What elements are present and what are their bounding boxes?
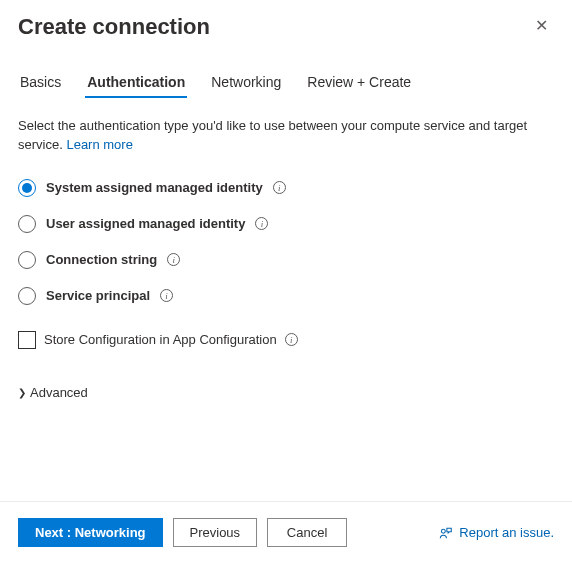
radio-label: User assigned managed identity [46,216,245,231]
create-connection-panel: Create connection ✕ Basics Authenticatio… [0,0,572,563]
svg-point-0 [442,529,446,533]
close-icon: ✕ [535,17,548,34]
radio-connection-string[interactable]: Connection string i [18,251,554,269]
store-config-checkbox-row[interactable]: Store Configuration in App Configuration… [18,331,554,349]
info-icon[interactable]: i [167,253,180,266]
checkbox-label: Store Configuration in App Configuration [44,332,277,347]
report-issue-label: Report an issue. [459,525,554,540]
info-icon[interactable]: i [285,333,298,346]
checkbox-icon [18,331,36,349]
advanced-toggle[interactable]: ❯ Advanced [18,385,554,400]
radio-label: Connection string [46,252,157,267]
next-button[interactable]: Next : Networking [18,518,163,547]
learn-more-link[interactable]: Learn more [66,137,132,152]
tab-label: Review + Create [307,74,411,90]
tab-basics[interactable]: Basics [18,68,63,98]
radio-label: System assigned managed identity [46,180,263,195]
advanced-label: Advanced [30,385,88,400]
tab-review-create[interactable]: Review + Create [305,68,413,98]
cancel-button[interactable]: Cancel [267,518,347,547]
radio-system-assigned[interactable]: System assigned managed identity i [18,179,554,197]
radio-icon [18,179,36,197]
radio-icon [18,287,36,305]
description-text: Select the authentication type you'd lik… [18,117,554,155]
info-icon[interactable]: i [255,217,268,230]
footer-bar: Next : Networking Previous Cancel Report… [18,502,554,563]
tab-networking[interactable]: Networking [209,68,283,98]
person-feedback-icon [439,526,453,540]
radio-icon [18,251,36,269]
report-issue-link[interactable]: Report an issue. [439,525,554,540]
tab-label: Networking [211,74,281,90]
panel-title: Create connection [18,14,210,40]
panel-header: Create connection ✕ [18,14,554,40]
previous-button[interactable]: Previous [173,518,258,547]
spacer [18,420,554,501]
tab-bar: Basics Authentication Networking Review … [18,68,554,99]
tab-authentication[interactable]: Authentication [85,68,187,98]
radio-label: Service principal [46,288,150,303]
radio-user-assigned[interactable]: User assigned managed identity i [18,215,554,233]
chevron-right-icon: ❯ [18,387,26,398]
close-button[interactable]: ✕ [529,14,554,38]
tab-label: Basics [20,74,61,90]
radio-service-principal[interactable]: Service principal i [18,287,554,305]
tab-label: Authentication [87,74,185,90]
radio-icon [18,215,36,233]
info-icon[interactable]: i [273,181,286,194]
auth-options-group: System assigned managed identity i User … [18,179,554,305]
info-icon[interactable]: i [160,289,173,302]
